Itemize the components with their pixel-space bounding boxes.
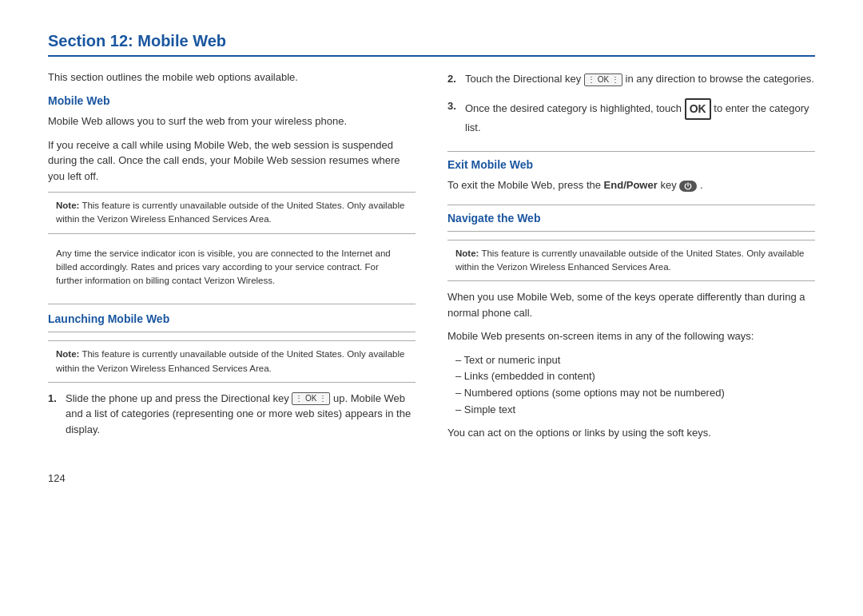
- navigate-divider: [447, 205, 815, 205]
- navigate-note: Note: This feature is currently unavaila…: [447, 240, 815, 282]
- step2-dkey-icon: ⋮ OK ⋮: [584, 74, 622, 86]
- exit-section: Exit Mobile Web To exit the Mobile Web, …: [447, 158, 815, 193]
- navigate-para3: You can act on the options or links by u…: [447, 425, 815, 441]
- page-title: Section 12: Mobile Web: [48, 32, 815, 50]
- step3-content: Once the desired category is highlighted…: [465, 98, 815, 136]
- mobile-web-section: Mobile Web Mobile Web allows you to surf…: [48, 94, 416, 292]
- step3-num: 3.: [447, 98, 460, 136]
- launching-note-text: This feature is currently unavailable ou…: [56, 349, 404, 372]
- note2-text: Any time the service indicator icon is v…: [56, 248, 391, 286]
- exit-text-before: To exit the Mobile Web, press the: [447, 179, 601, 191]
- step2-content: Touch the Directional key ⋮ OK ⋮ in any …: [465, 71, 814, 87]
- mobile-web-note1: Note: This feature is currently unavaila…: [48, 192, 416, 234]
- exit-title: Exit Mobile Web: [447, 158, 815, 171]
- step2-num: 2.: [447, 71, 460, 87]
- section-intro: This section outlines the mobile web opt…: [48, 71, 416, 83]
- navigate-title: Navigate the Web: [447, 212, 815, 225]
- bullet-item: Links (embedded in content): [455, 368, 815, 385]
- launching-note-label: Note:: [56, 349, 79, 359]
- step2-text-before: Touch the Directional key: [465, 73, 581, 85]
- step1-text-before: Slide the phone up and press the Directi…: [66, 392, 289, 404]
- launching-title: Launching Mobile Web: [48, 312, 416, 325]
- page-number: 124: [48, 472, 815, 484]
- step1-content: Slide the phone up and press the Directi…: [66, 391, 416, 438]
- right-column: 2. Touch the Directional key ⋮ OK ⋮ in a…: [447, 71, 815, 448]
- bullet-item: Numbered options (some options may not b…: [455, 385, 815, 402]
- left-column: This section outlines the mobile web opt…: [48, 71, 416, 448]
- bullet-item: Text or numeric input: [455, 352, 815, 369]
- navigate-bullets: Text or numeric input Links (embedded in…: [447, 352, 815, 419]
- note1-label: Note:: [56, 201, 79, 210]
- launching-divider: [48, 304, 416, 304]
- navigate-note-label: Note:: [455, 248, 479, 258]
- mobile-web-para1: Mobile Web allows you to surf the web fr…: [48, 113, 416, 129]
- launching-section: Launching Mobile Web Note: This feature …: [48, 312, 416, 437]
- step1-num: 1.: [48, 391, 61, 438]
- mobile-web-note2: Any time the service indicator icon is v…: [48, 242, 416, 293]
- launching-title-divider: [48, 332, 416, 332]
- power-symbol-svg: [684, 182, 692, 190]
- step1-item: 1. Slide the phone up and press the Dire…: [48, 391, 416, 438]
- step2-item: 2. Touch the Directional key ⋮ OK ⋮ in a…: [447, 71, 815, 87]
- end-power-bold: End/Power: [604, 179, 658, 191]
- exit-text-after: key: [660, 179, 676, 191]
- ok-icon: OK: [685, 98, 711, 120]
- navigate-note-text: This feature is currently unavailable ou…: [455, 248, 804, 272]
- step3-item: 3. Once the desired category is highligh…: [447, 98, 815, 136]
- exit-period: .: [700, 179, 703, 191]
- exit-text: To exit the Mobile Web, press the End/Po…: [447, 177, 815, 193]
- navigate-para1: When you use Mobile Web, some of the key…: [447, 289, 815, 320]
- launching-note: Note: This feature is currently unavaila…: [48, 340, 416, 383]
- mobile-web-title: Mobile Web: [48, 94, 416, 107]
- bullet-item: Simple text: [455, 402, 815, 419]
- navigate-title-divider: [447, 231, 815, 232]
- mobile-web-para2: If you receive a call while using Mobile…: [48, 137, 416, 185]
- directional-key-icon: ⋮ OK ⋮: [292, 392, 330, 405]
- exit-divider: [447, 151, 815, 152]
- step3-text-before: Once the desired category is highlighted…: [465, 101, 682, 113]
- note1-text: This feature is currently unavailable ou…: [56, 201, 404, 224]
- title-divider: [48, 55, 815, 57]
- navigate-para2: Mobile Web presents on-screen items in a…: [447, 328, 815, 344]
- navigate-section: Navigate the Web Note: This feature is c…: [447, 212, 815, 441]
- step2-text-after: in any direction to browse the categorie…: [626, 73, 814, 85]
- power-button-icon: [679, 181, 697, 192]
